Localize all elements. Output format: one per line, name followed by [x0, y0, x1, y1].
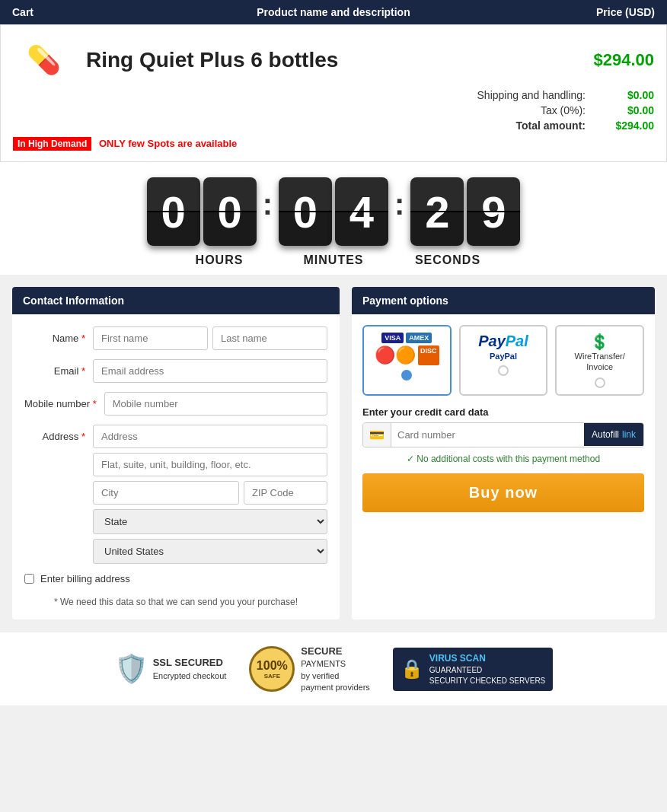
address-inputs: State United States: [93, 425, 327, 564]
cc-input-label: Enter your credit card data: [362, 406, 644, 418]
seconds-ones: 9: [467, 177, 520, 246]
cc-card-icon: 💳: [363, 423, 391, 447]
paypal-text: PayPal: [467, 352, 541, 361]
secure-payments-badge: 100% SAFE SECURE PAYMENTS by verified pa…: [249, 645, 370, 693]
colon-1: :: [263, 187, 273, 221]
city-input[interactable]: [93, 481, 239, 505]
hours-tens: 0: [147, 177, 200, 246]
city-zip-row: [93, 481, 327, 505]
product-name: Ring Quiet Plus 6 bottles: [86, 48, 593, 72]
payment-methods: VISA AMEX 🔴🟠 DISC PayPal PayPal: [362, 325, 644, 396]
form-payment-section: Contact Information Name * Email *: [0, 275, 667, 632]
cart-header: Cart Product name and description Price …: [0, 0, 667, 24]
discover-logo: DISC: [418, 345, 439, 365]
visa-logo: VISA: [381, 333, 404, 343]
tax-value: $0.00: [601, 104, 654, 116]
address-group: Address * State: [24, 425, 327, 564]
form-note: * We need this data so that we can send …: [24, 597, 327, 607]
secure-badge-icon: 100% SAFE: [249, 646, 295, 692]
billing-check-group: Enter billing address: [24, 573, 327, 584]
mobile-input[interactable]: [104, 392, 327, 416]
minutes-group: 0 4: [279, 177, 388, 246]
payment-section: Payment options VISA AMEX 🔴🟠 DISC P: [352, 287, 655, 619]
price-col: Price (USD): [563, 6, 655, 18]
address2-input[interactable]: [93, 453, 327, 476]
total-value: $294.00: [601, 119, 654, 132]
contact-form: Contact Information Name * Email *: [12, 287, 340, 619]
countdown-section: 0 0 : 0 4 : 2 9 HOURS MINUTES SECONDS: [0, 162, 667, 275]
buy-now-button[interactable]: Buy now: [362, 473, 644, 512]
colon-2: :: [394, 187, 404, 221]
state-row: State: [93, 509, 327, 534]
cc-option[interactable]: VISA AMEX 🔴🟠 DISC: [362, 325, 452, 396]
form-body: Name * Email * Mobile number *: [12, 314, 340, 619]
mobile-group: Mobile number *: [24, 392, 327, 416]
billing-checkbox[interactable]: [24, 574, 34, 584]
mobile-inputs: [104, 392, 327, 416]
hours-label: HOURS: [162, 253, 276, 267]
mastercard-logo: 🔴🟠: [375, 345, 416, 365]
payment-header: Payment options: [352, 287, 655, 314]
card-number-input[interactable]: [391, 423, 584, 447]
seconds-tens: 2: [410, 177, 464, 246]
email-group: Email *: [24, 359, 327, 383]
paypal-logo: PayPal: [467, 333, 541, 350]
shipping-value: $0.00: [601, 89, 654, 101]
cc-radio[interactable]: [401, 370, 412, 381]
wire-radio[interactable]: [595, 377, 605, 388]
wire-icon: 💲: [563, 333, 637, 351]
email-label: Email *: [24, 359, 85, 377]
footer-badges: 🛡️ SSL SECURED Encrypted checkout 100% S…: [0, 632, 667, 705]
minutes-label: MINUTES: [276, 253, 391, 267]
virus-guaranteed: GUARANTEED: [429, 665, 545, 676]
zip-input[interactable]: [244, 481, 327, 505]
countdown-display: 0 0 : 0 4 : 2 9: [0, 177, 667, 246]
amex-logo: AMEX: [406, 333, 432, 343]
demand-row: In High Demand ONLY few Spots are availa…: [13, 138, 654, 149]
wire-text: WireTransfer/Invoice: [563, 351, 637, 373]
pricing-rows: Shipping and handling: $0.00 Tax (0%): $…: [13, 89, 654, 132]
no-cost-text: No additional costs with this payment me…: [362, 454, 644, 464]
billing-label[interactable]: Enter billing address: [40, 573, 130, 584]
cc-input-section: Enter your credit card data 💳 Autofill l…: [362, 406, 644, 512]
name-label: Name *: [24, 326, 85, 344]
demand-badge: In High Demand: [13, 137, 91, 151]
wire-option[interactable]: 💲 WireTransfer/Invoice: [555, 325, 644, 396]
product-col: Product name and description: [104, 6, 563, 18]
contact-header: Contact Information: [12, 287, 340, 314]
ssl-shield-icon: 🛡️: [114, 653, 148, 685]
card-logos: VISA AMEX 🔴🟠 DISC: [370, 333, 444, 365]
lock-icon: 🔒: [401, 658, 423, 680]
demand-text: ONLY few Spots are available: [99, 138, 237, 149]
virus-badge: 🔒 VIRUS SCAN GUARANTEED SECURITY CHECKED…: [393, 648, 553, 691]
countdown-labels: HOURS MINUTES SECONDS: [0, 253, 667, 267]
paypal-option[interactable]: PayPal PayPal: [459, 325, 548, 396]
address-input[interactable]: [93, 425, 327, 448]
cc-input-row: 💳 Autofill link: [362, 422, 644, 447]
mobile-label: Mobile number *: [24, 392, 97, 409]
state-select[interactable]: State: [93, 509, 327, 534]
total-label: Total amount:: [515, 119, 586, 132]
autofill-button[interactable]: Autofill link: [584, 423, 643, 446]
hours-ones: 0: [203, 177, 257, 246]
ssl-badge: 🛡️ SSL SECURED Encrypted checkout: [114, 653, 227, 685]
hours-group: 0 0: [147, 177, 257, 246]
seconds-label: SECONDS: [391, 253, 505, 267]
virus-sub: SECURITY CHECKED SERVERS: [429, 676, 545, 686]
ssl-sub: Encrypted checkout: [153, 670, 227, 682]
tax-label: Tax (0%):: [541, 104, 586, 116]
cart-col: Cart: [12, 6, 104, 18]
product-image: 💊: [13, 37, 74, 83]
ssl-title: SSL SECURED: [153, 656, 227, 670]
product-section: 💊 Ring Quiet Plus 6 bottles $294.00 Ship…: [0, 24, 667, 162]
paypal-radio[interactable]: [498, 365, 509, 376]
product-main-price: $294.00: [593, 50, 654, 70]
first-name-input[interactable]: [93, 326, 208, 350]
country-select[interactable]: United States: [93, 539, 327, 564]
virus-title: VIRUS SCAN: [429, 652, 545, 665]
seconds-group: 2 9: [410, 177, 520, 246]
address-label: Address *: [24, 425, 85, 442]
email-input[interactable]: [93, 359, 327, 383]
last-name-input[interactable]: [212, 326, 327, 350]
name-inputs: [93, 326, 327, 350]
